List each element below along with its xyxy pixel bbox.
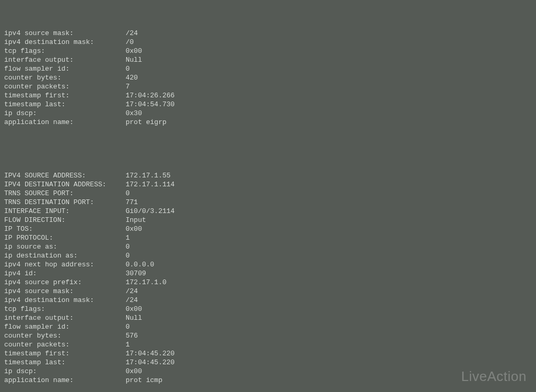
field-value: /24 xyxy=(126,296,138,305)
field-value: 0x00 xyxy=(126,225,142,233)
field-value: 0x30 xyxy=(126,109,142,118)
field-value: 1 xyxy=(126,233,130,242)
output-row: interface output:Null xyxy=(4,55,532,64)
output-row: ipv4 source mask:/24 xyxy=(4,29,532,38)
output-row: application name:prot eigrp xyxy=(4,118,532,127)
field-value: 576 xyxy=(126,331,138,340)
field-label: ip dscp: xyxy=(4,367,126,376)
output-row: ipv4 destination mask:/24 xyxy=(4,296,532,305)
field-label: tcp flags: xyxy=(4,305,126,313)
field-label: tcp flags: xyxy=(4,47,126,55)
field-value: 0 xyxy=(126,251,130,260)
output-row: IP TOS:0x00 xyxy=(4,225,532,233)
field-value: 17:04:54.730 xyxy=(126,100,175,109)
field-value: 1 xyxy=(126,340,130,349)
field-value: 0x00 xyxy=(126,305,142,313)
output-row: ipv4 next hop address:0.0.0.0 xyxy=(4,260,532,269)
field-label: ipv4 source prefix: xyxy=(4,278,126,287)
field-label: interface output: xyxy=(4,55,126,64)
output-row: ip dscp:0x30 xyxy=(4,109,532,118)
field-label: ip destination as: xyxy=(4,251,126,260)
field-label: counter packets: xyxy=(4,82,126,91)
output-row: flow sampler id:0 xyxy=(4,64,532,73)
field-label: TRNS SOURCE PORT: xyxy=(4,189,126,198)
output-row: IPV4 SOURCE ADDRESS:172.17.1.55 xyxy=(4,171,532,180)
field-label: counter packets: xyxy=(4,340,126,349)
field-label: application name: xyxy=(4,376,126,385)
field-value: 30709 xyxy=(126,269,146,278)
field-label: IP PROTOCOL: xyxy=(4,233,126,242)
field-label: ipv4 source mask: xyxy=(4,287,126,296)
field-value: 0 xyxy=(126,322,130,331)
terminal-output[interactable]: ipv4 source mask:/24ipv4 destination mas… xyxy=(0,0,536,392)
field-value: 0 xyxy=(126,242,130,251)
field-label: interface output: xyxy=(4,313,126,322)
field-value: /24 xyxy=(126,29,138,38)
field-value: 0.0.0.0 xyxy=(126,260,154,269)
field-value: Gi0/0/3.2114 xyxy=(126,207,175,216)
field-label: timestamp last: xyxy=(4,100,126,109)
field-value: Null xyxy=(126,55,142,64)
field-label: ipv4 destination mask: xyxy=(4,296,126,305)
output-row: ip dscp:0x00 xyxy=(4,367,532,376)
field-value: 17:04:45.220 xyxy=(126,358,175,367)
output-row: counter packets:7 xyxy=(4,82,532,91)
output-row: TRNS DESTINATION PORT:771 xyxy=(4,198,532,207)
field-value: prot eigrp xyxy=(126,118,166,127)
field-value: 0x00 xyxy=(126,47,142,55)
output-row: timestamp last:17:04:54.730 xyxy=(4,100,532,109)
output-row: counter packets:1 xyxy=(4,340,532,349)
output-row: FLOW DIRECTION:Input xyxy=(4,216,532,225)
flow-block-0: ipv4 source mask:/24ipv4 destination mas… xyxy=(4,29,532,127)
field-label: ip source as: xyxy=(4,242,126,251)
output-row: ip destination as:0 xyxy=(4,251,532,260)
field-value: 172.17.1.55 xyxy=(126,171,171,180)
field-label: IP TOS: xyxy=(4,225,126,233)
field-label: ipv4 destination mask: xyxy=(4,38,126,47)
field-label: IPV4 SOURCE ADDRESS: xyxy=(4,171,126,180)
field-label: IPV4 DESTINATION ADDRESS: xyxy=(4,180,126,189)
output-row: ip source as:0 xyxy=(4,242,532,251)
field-value: 7 xyxy=(126,82,130,91)
field-value: Null xyxy=(126,313,142,322)
field-label: TRNS DESTINATION PORT: xyxy=(4,198,126,207)
field-value: 0 xyxy=(126,189,130,198)
output-row: tcp flags:0x00 xyxy=(4,47,532,55)
output-row: IP PROTOCOL:1 xyxy=(4,233,532,242)
blank-line xyxy=(4,144,532,153)
field-label: application name: xyxy=(4,118,126,127)
field-label: flow sampler id: xyxy=(4,322,126,331)
output-row: counter bytes:420 xyxy=(4,73,532,82)
field-label: timestamp last: xyxy=(4,358,126,367)
field-value: 17:04:45.220 xyxy=(126,349,175,358)
field-label: flow sampler id: xyxy=(4,64,126,73)
field-value: 0 xyxy=(126,64,130,73)
field-value: /24 xyxy=(126,287,138,296)
field-value: Input xyxy=(126,216,146,225)
field-label: FLOW DIRECTION: xyxy=(4,216,126,225)
output-row: application name:prot icmp xyxy=(4,376,532,385)
field-label: ipv4 source mask: xyxy=(4,29,126,38)
output-row: IPV4 DESTINATION ADDRESS:172.17.1.114 xyxy=(4,180,532,189)
field-label: ipv4 id: xyxy=(4,269,126,278)
output-row: counter bytes:576 xyxy=(4,331,532,340)
output-row: interface output:Null xyxy=(4,313,532,322)
output-row: tcp flags:0x00 xyxy=(4,305,532,313)
flow-block-1: IPV4 SOURCE ADDRESS:172.17.1.55IPV4 DEST… xyxy=(4,171,532,385)
field-label: ip dscp: xyxy=(4,109,126,118)
field-label: counter bytes: xyxy=(4,331,126,340)
output-row: timestamp last:17:04:45.220 xyxy=(4,358,532,367)
field-value: prot icmp xyxy=(126,376,162,385)
field-label: INTERFACE INPUT: xyxy=(4,207,126,216)
field-label: ipv4 next hop address: xyxy=(4,260,126,269)
output-row: flow sampler id:0 xyxy=(4,322,532,331)
output-row: timestamp first:17:04:26.266 xyxy=(4,91,532,100)
output-row: ipv4 source mask:/24 xyxy=(4,287,532,296)
field-value: 0x00 xyxy=(126,367,142,376)
output-row: timestamp first:17:04:45.220 xyxy=(4,349,532,358)
field-value: 17:04:26.266 xyxy=(126,91,175,100)
field-value: 420 xyxy=(126,73,138,82)
output-row: INTERFACE INPUT:Gi0/0/3.2114 xyxy=(4,207,532,216)
field-value: 172.17.1.114 xyxy=(126,180,175,189)
field-label: timestamp first: xyxy=(4,349,126,358)
